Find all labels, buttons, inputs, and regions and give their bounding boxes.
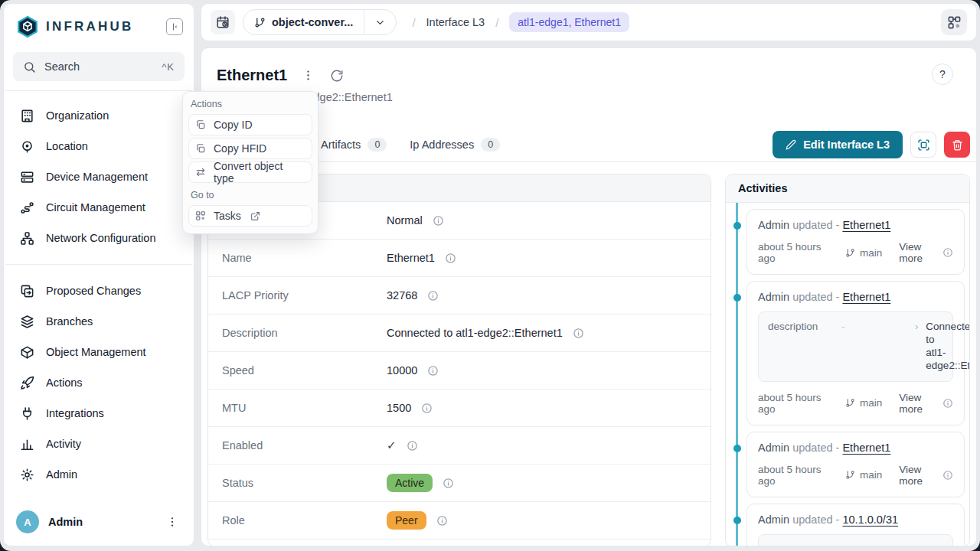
status-badge: Active	[387, 474, 433, 492]
info-icon[interactable]	[427, 365, 439, 377]
activity-diff: description - › Connected to atl1-edge2:…	[758, 311, 953, 382]
branch-selected-label: object-conver...	[272, 16, 353, 28]
sidebar-item-branches[interactable]: Branches	[11, 306, 186, 337]
time-travel-button[interactable]	[211, 10, 235, 34]
info-icon	[942, 247, 953, 258]
refresh-button[interactable]	[328, 67, 345, 84]
delete-button[interactable]	[944, 132, 970, 158]
breadcrumb: / Interface L3 / atl1-edge1, Ethernet1	[412, 12, 629, 32]
menu-item-copy-hfid[interactable]: Copy HFID	[188, 138, 312, 159]
pencil-icon	[786, 139, 796, 150]
sidebar-user-row[interactable]: A Admin	[4, 500, 194, 546]
sidebar-item-organization[interactable]: Organization	[11, 100, 186, 131]
sidebar-item-integrations[interactable]: Integrations	[11, 398, 186, 429]
tab-artifacts[interactable]: Artifacts 0	[321, 138, 387, 152]
info-icon[interactable]	[427, 290, 439, 302]
timeline-dot	[733, 222, 741, 230]
breadcrumb-interface-l3[interactable]: Interface L3	[426, 16, 485, 28]
user-menu-button[interactable]	[163, 513, 181, 531]
info-icon[interactable]	[407, 440, 418, 452]
sidebar-collapse-button[interactable]	[166, 18, 183, 35]
diff-new-value: ethernet... edge2	[926, 543, 943, 547]
sidebar-item-device-management[interactable]: Device Management	[11, 161, 186, 192]
edit-button-label: Edit Interface L3	[803, 139, 890, 151]
app-title: INFRAHUB	[46, 19, 133, 34]
git-branch-icon	[845, 398, 855, 408]
search-placeholder: Search	[44, 60, 80, 73]
manage-groups-button[interactable]	[910, 132, 936, 158]
diff-new-value: Connected to atl1-edge2::Ethernet1	[926, 321, 943, 373]
diff-old-value: ethernet1.atl1-edge1	[841, 543, 907, 547]
detail-row-role: Role Peer	[208, 502, 710, 540]
menu-item-tasks[interactable]: Tasks	[188, 205, 312, 227]
edit-interface-button[interactable]: Edit Interface L3	[773, 131, 903, 158]
detail-row-status: Status Active	[208, 465, 710, 502]
info-icon[interactable]	[436, 515, 448, 527]
activity-card: Admin updated - 10.1.0.0/31 description …	[746, 504, 965, 547]
breadcrumb-separator: /	[495, 16, 498, 29]
sidebar-item-circuit-management[interactable]: Circuit Management	[11, 192, 186, 223]
detail-value: Normal	[387, 214, 423, 227]
sidebar-item-network-configuration[interactable]: Network Configuration	[11, 223, 186, 253]
activity-time: about 5 hours ago	[758, 392, 828, 415]
layers-icon	[20, 315, 34, 329]
check-icon: ✓	[387, 439, 397, 452]
search-icon	[23, 60, 36, 73]
object-actions-menu-button[interactable]	[299, 67, 316, 84]
activity-action: updated -	[792, 514, 839, 526]
tab-ip-addresses[interactable]: Ip Addresses 0	[410, 138, 500, 152]
role-badge: Peer	[387, 511, 426, 530]
tab-label: Artifacts	[321, 139, 361, 151]
branch-dropdown-toggle[interactable]	[364, 17, 396, 28]
sidebar-item-label: Network Configuration	[46, 232, 155, 244]
info-icon[interactable]	[573, 328, 584, 339]
help-button[interactable]: ?	[932, 64, 953, 85]
activity-time: about 5 hours ago	[758, 241, 828, 264]
detail-row-name: Name Ethernet1	[208, 240, 710, 277]
sidebar-item-actions[interactable]: Actions	[11, 367, 186, 398]
diff-old-value: -	[841, 321, 907, 373]
cube-icon	[20, 345, 34, 360]
sidebar-item-proposed-changes[interactable]: Proposed Changes	[11, 276, 186, 306]
view-more-link[interactable]: View more	[899, 241, 953, 264]
branch-selector[interactable]: object-conver...	[243, 9, 397, 35]
bar-chart-icon	[20, 437, 34, 452]
diff-field: description	[768, 543, 834, 547]
sidebar-item-activity[interactable]: Activity	[11, 429, 186, 459]
sidebar-item-admin[interactable]: Admin	[11, 459, 186, 490]
activity-target-link[interactable]: Ethernet1	[842, 442, 890, 454]
timeline-dot	[733, 294, 741, 302]
activity-target-link[interactable]: Ethernet1	[842, 291, 890, 303]
activities-panel: Activities Admin updated - Ethernet1 abo…	[725, 174, 970, 546]
info-icon[interactable]	[421, 403, 433, 414]
sidebar-item-label: Location	[46, 140, 88, 152]
sidebar-item-location[interactable]: Location	[11, 131, 186, 161]
detail-value: 1500	[387, 402, 411, 414]
menu-item-copy-id[interactable]: Copy ID	[188, 114, 312, 135]
object-description: Connected to atl1-edge2::Ethernet1	[217, 91, 961, 103]
info-icon[interactable]	[443, 478, 454, 489]
activity-action: updated -	[792, 291, 839, 303]
sidebar-item-object-management[interactable]: Object Management	[11, 337, 186, 367]
view-more-link[interactable]: View more	[899, 392, 953, 415]
timeline-dot	[733, 445, 741, 452]
chevron-down-icon	[374, 17, 386, 28]
logo-row: INFRAHUB	[4, 4, 194, 44]
activity-user: Admin	[758, 219, 789, 231]
info-icon[interactable]	[433, 215, 444, 227]
object-actions-menu: Actions Copy ID Copy HFID Convert object…	[182, 91, 318, 234]
plug-icon	[20, 406, 34, 421]
menu-item-convert-object-type[interactable]: Convert object type	[188, 161, 312, 183]
info-icon[interactable]	[445, 253, 456, 264]
search-shortcut: ^K	[162, 61, 175, 73]
activity-card: Admin updated - Ethernet1 about 5 hours …	[746, 432, 965, 497]
schema-visualizer-button[interactable]	[941, 9, 967, 35]
activity-target-link[interactable]: 10.1.0.0/31	[842, 514, 898, 526]
breadcrumb-current-object[interactable]: atl1-edge1, Ethernet1	[509, 12, 629, 32]
external-link-icon	[250, 211, 260, 221]
search-input[interactable]: Search ^K	[13, 52, 185, 81]
view-more-link[interactable]: View more	[899, 464, 953, 487]
app-window: INFRAHUB Search ^K Organization Location	[0, 0, 980, 551]
activity-target-link[interactable]: Ethernet1	[842, 219, 890, 231]
trash-icon	[952, 139, 963, 151]
